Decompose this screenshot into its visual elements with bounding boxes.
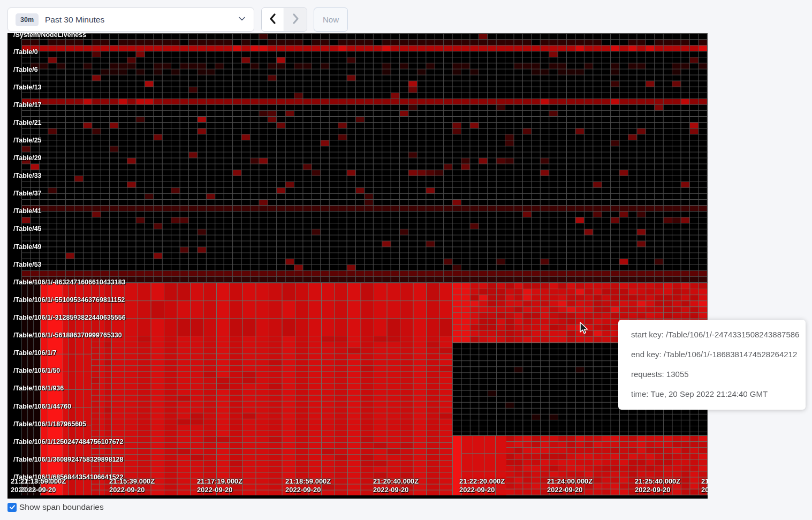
tooltip-start-key: start key: /Table/106/1/-247433150824388… bbox=[631, 325, 799, 344]
chevron-right-icon bbox=[291, 13, 300, 27]
cell-tooltip: start key: /Table/106/1/-247433150824388… bbox=[618, 320, 806, 410]
keyvis-heatmap-area: /System/NodeLiveness/Table/0/Table/6/Tab… bbox=[7, 33, 708, 499]
keyvis-heatmap-canvas[interactable] bbox=[7, 33, 708, 499]
now-button[interactable]: Now bbox=[314, 7, 348, 32]
chevron-left-icon bbox=[268, 13, 278, 27]
chevron-down-icon bbox=[238, 14, 246, 25]
tooltip-end-key: end key: /Table/106/1/-18683814745282642… bbox=[631, 344, 799, 364]
key-visualizer-page: { "toolbar": { "time_range_badge": "30m"… bbox=[0, 0, 812, 520]
tooltip-time: time: Tue, 20 Sep 2022 21:24:40 GMT bbox=[631, 384, 799, 404]
footer: Show span boundaries bbox=[7, 502, 104, 512]
show-span-boundaries-checkbox[interactable] bbox=[7, 503, 17, 512]
time-nav-group bbox=[261, 7, 307, 32]
toolbar: 30m Past 30 Minutes Now bbox=[7, 7, 348, 32]
prev-time-button[interactable] bbox=[262, 8, 284, 31]
next-time-button[interactable] bbox=[284, 8, 307, 31]
time-range-badge: 30m bbox=[16, 13, 39, 26]
time-range-select[interactable]: 30m Past 30 Minutes bbox=[7, 7, 254, 32]
tooltip-requests: requests: 13055 bbox=[631, 364, 799, 384]
show-span-boundaries-label: Show span boundaries bbox=[19, 502, 104, 512]
time-range-label: Past 30 Minutes bbox=[45, 15, 104, 25]
